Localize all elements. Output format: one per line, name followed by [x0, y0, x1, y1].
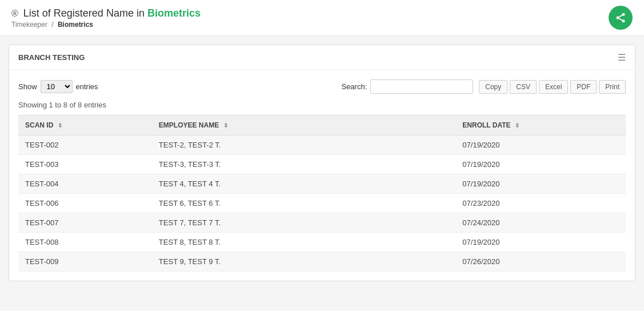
excel-button[interactable]: Excel — [539, 80, 568, 94]
data-table: SCAN ID ⇕ EMPLOYEE NAME ⇕ ENROLL DATE ⇕ … — [18, 115, 626, 272]
col-header-enroll-date[interactable]: ENROLL DATE ⇕ — [455, 115, 626, 135]
entries-select[interactable]: 10 25 50 100 — [41, 80, 73, 93]
csv-button[interactable]: CSV — [510, 80, 537, 94]
cell-scan-id: TEST-007 — [18, 213, 152, 233]
pdf-button[interactable]: PDF — [570, 80, 597, 94]
cell-enroll-date: 07/19/2020 — [455, 135, 626, 155]
entries-label: entries — [76, 82, 98, 91]
menu-icon[interactable]: ☰ — [618, 52, 626, 63]
table-row: TEST-009TEST 9, TEST 9 T.07/26/2020 — [18, 252, 626, 272]
card-body: Show 10 25 50 100 entries Search: Copy C… — [9, 70, 635, 281]
table-row: TEST-008TEST 8, TEST 8 T.07/19/2020 — [18, 233, 626, 252]
cell-scan-id: TEST-009 — [18, 252, 152, 272]
cell-scan-id: TEST-003 — [18, 155, 152, 174]
search-input[interactable] — [370, 79, 473, 94]
sort-icon-scan: ⇕ — [58, 122, 62, 129]
cell-enroll-date: 07/19/2020 — [455, 233, 626, 252]
export-buttons: Copy CSV Excel PDF Print — [479, 80, 626, 94]
svg-point-0 — [622, 13, 625, 16]
table-controls: Show 10 25 50 100 entries Search: Copy C… — [18, 79, 626, 94]
svg-line-3 — [619, 18, 622, 20]
col-header-employee-name[interactable]: EMPLOYEE NAME ⇕ — [152, 115, 456, 135]
table-row: TEST-004TEST 4, TEST 4 T.07/19/2020 — [18, 174, 626, 194]
svg-line-4 — [619, 15, 622, 17]
cell-scan-id: TEST-008 — [18, 233, 152, 252]
col-header-scan-id[interactable]: SCAN ID ⇕ — [18, 115, 152, 135]
sort-icon-date: ⇕ — [515, 122, 519, 129]
table-row: TEST-002TEST-2, TEST-2 T.07/19/2020 — [18, 135, 626, 155]
top-bar: ® List of Registered Name in Biometrics … — [0, 0, 644, 36]
cell-enroll-date: 07/24/2020 — [455, 213, 626, 233]
page-title: ® List of Registered Name in Biometrics — [11, 7, 201, 19]
show-label: Show — [18, 82, 37, 91]
registered-icon: ® — [11, 9, 18, 18]
share-icon — [615, 12, 626, 23]
card-header: BRANCH TESTING ☰ — [9, 45, 635, 70]
table-header-row: SCAN ID ⇕ EMPLOYEE NAME ⇕ ENROLL DATE ⇕ — [18, 115, 626, 135]
title-area: ® List of Registered Name in Biometrics … — [11, 7, 201, 29]
breadcrumb-separator: / — [51, 21, 53, 29]
table-row: TEST-007TEST 7, TEST 7 T.07/24/2020 — [18, 213, 626, 233]
table-body: TEST-002TEST-2, TEST-2 T.07/19/2020TEST-… — [18, 135, 626, 272]
cell-employee-name: TEST-3, TEST-3 T. — [152, 155, 456, 174]
title-highlight: Biometrics — [147, 7, 201, 19]
card-title: BRANCH TESTING — [18, 53, 85, 62]
cell-employee-name: TEST 9, TEST 9 T. — [152, 252, 456, 272]
search-area: Search: — [341, 79, 473, 94]
title-prefix: List of Registered Name in — [23, 7, 147, 19]
cell-enroll-date: 07/19/2020 — [455, 155, 626, 174]
cell-employee-name: TEST 8, TEST 8 T. — [152, 233, 456, 252]
table-row: TEST-006TEST 6, TEST 6 T.07/23/2020 — [18, 194, 626, 213]
print-button[interactable]: Print — [599, 80, 626, 94]
cell-scan-id: TEST-004 — [18, 174, 152, 194]
search-label: Search: — [341, 82, 367, 91]
cell-scan-id: TEST-006 — [18, 194, 152, 213]
sort-icon-name: ⇕ — [223, 122, 228, 129]
share-button[interactable] — [609, 6, 633, 30]
svg-point-2 — [622, 19, 625, 22]
main-content: BRANCH TESTING ☰ Show 10 25 50 100 entri… — [9, 45, 635, 281]
cell-enroll-date: 07/26/2020 — [455, 252, 626, 272]
cell-employee-name: TEST-2, TEST-2 T. — [152, 135, 456, 155]
cell-scan-id: TEST-002 — [18, 135, 152, 155]
breadcrumb: Timekeeper / Biometrics — [11, 21, 201, 29]
cell-employee-name: TEST 4, TEST 4 T. — [152, 174, 456, 194]
cell-enroll-date: 07/19/2020 — [455, 174, 626, 194]
breadcrumb-parent[interactable]: Timekeeper — [11, 21, 47, 29]
cell-enroll-date: 07/23/2020 — [455, 194, 626, 213]
show-entries: Show 10 25 50 100 entries — [18, 80, 98, 93]
copy-button[interactable]: Copy — [479, 80, 507, 94]
showing-info: Showing 1 to 8 of 8 entries — [18, 101, 626, 109]
svg-point-1 — [617, 17, 619, 19]
breadcrumb-current: Biometrics — [58, 21, 93, 29]
cell-employee-name: TEST 6, TEST 6 T. — [152, 194, 456, 213]
table-row: TEST-003TEST-3, TEST-3 T.07/19/2020 — [18, 155, 626, 174]
cell-employee-name: TEST 7, TEST 7 T. — [152, 213, 456, 233]
